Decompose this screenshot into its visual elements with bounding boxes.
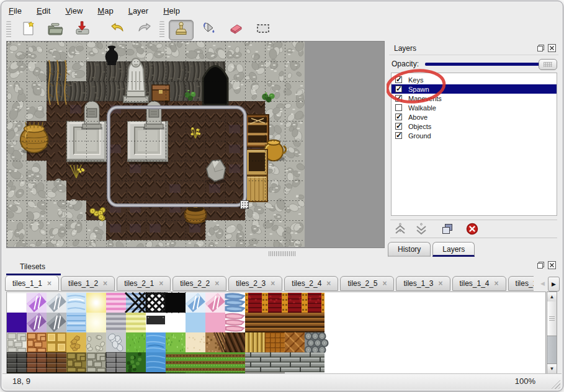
layer-row-keys[interactable]: ✓Keys bbox=[392, 75, 557, 84]
opacity-slider[interactable] bbox=[424, 59, 557, 69]
menu-item-view[interactable]: View bbox=[65, 6, 83, 16]
eraser-tool-button[interactable] bbox=[223, 20, 248, 40]
palette-scrollbar[interactable]: ▲ ▼ bbox=[547, 292, 557, 374]
map-viewport[interactable] bbox=[6, 41, 385, 248]
float-tilesets-icon[interactable] bbox=[537, 261, 545, 269]
tileset-tab-tiles_1_3[interactable]: tiles_1_3× bbox=[396, 276, 450, 291]
opacity-row: Opacity: bbox=[392, 58, 557, 69]
close-tilesets-icon[interactable] bbox=[548, 261, 556, 269]
redo-button[interactable] bbox=[132, 20, 157, 40]
layer-visibility-checkbox[interactable]: ✓ bbox=[395, 123, 402, 130]
save-file-icon bbox=[74, 20, 91, 39]
duplicate-layer-button[interactable] bbox=[440, 222, 455, 236]
layer-row-above[interactable]: ✓Above bbox=[392, 112, 557, 122]
tilesets-header: Tilesets bbox=[4, 259, 561, 274]
close-tab-icon[interactable]: × bbox=[159, 279, 163, 288]
tileset-tab-tiles_2_3[interactable]: tiles_2_3× bbox=[228, 276, 282, 291]
tileset-tab-tiles_1_[interactable]: tiles_1_ bbox=[508, 276, 534, 291]
open-file-button[interactable] bbox=[43, 20, 68, 40]
layer-visibility-checkbox[interactable]: ✓ bbox=[395, 76, 402, 83]
menu-item-help[interactable]: Help bbox=[163, 6, 180, 16]
close-tab-icon[interactable]: × bbox=[438, 279, 442, 288]
tileset-tab-tiles_1_4[interactable]: tiles_1_4× bbox=[452, 276, 506, 291]
close-tab-icon[interactable]: × bbox=[495, 279, 499, 288]
close-tab-icon[interactable]: × bbox=[47, 279, 51, 288]
new-file-button[interactable] bbox=[16, 20, 40, 40]
layers-panel-title: Layers bbox=[394, 44, 416, 53]
layer-list: ✓Keys✓Spawn✓MapeventsWalkable✓Above✓Obje… bbox=[391, 73, 557, 216]
save-file-button[interactable] bbox=[70, 20, 95, 40]
close-tab-icon[interactable]: × bbox=[326, 279, 331, 288]
tileset-tab-tiles_1_1[interactable]: tiles_1_1× bbox=[5, 276, 59, 291]
redo-icon bbox=[136, 20, 153, 39]
tilesets-panel-title: Tilesets bbox=[20, 262, 45, 271]
layer-name: Spawn bbox=[408, 86, 429, 93]
menu-item-file[interactable]: File bbox=[9, 6, 22, 16]
layer-row-walkable[interactable]: Walkable bbox=[392, 103, 557, 112]
tileset-tab-label: tiles_2_1 bbox=[124, 279, 154, 288]
scroll-tabs-right-icon[interactable]: ▶ bbox=[548, 277, 560, 292]
tileset-tab-tiles_2_1[interactable]: tiles_2_1× bbox=[117, 276, 171, 291]
close-panel-icon[interactable] bbox=[548, 44, 556, 52]
zoom-level: 100% bbox=[515, 376, 535, 386]
layer-visibility-checkbox[interactable] bbox=[395, 104, 402, 111]
new-file-icon bbox=[20, 20, 36, 39]
close-tab-icon[interactable]: × bbox=[103, 279, 107, 288]
layer-visibility-checkbox[interactable]: ✓ bbox=[395, 86, 402, 92]
dock-tab-history[interactable]: History bbox=[388, 242, 431, 257]
float-panel-icon[interactable] bbox=[537, 44, 545, 52]
layer-row-mapevents[interactable]: ✓Mapevents bbox=[392, 94, 557, 103]
menu-item-map[interactable]: Map bbox=[97, 6, 113, 16]
tileset-tab-tiles_2_5[interactable]: tiles_2_5× bbox=[340, 276, 394, 291]
status-bar: 18, 9 100% bbox=[2, 373, 562, 390]
scroll-up-icon[interactable]: ▲ bbox=[547, 292, 557, 302]
layer-name: Ground bbox=[408, 132, 431, 140]
undo-button[interactable] bbox=[105, 20, 130, 40]
menu-item-layer[interactable]: Layer bbox=[128, 6, 149, 16]
menu-bar: FileEditViewMapLayerHelp bbox=[9, 4, 180, 17]
toolbar-grip bbox=[6, 21, 11, 38]
scroll-tabs-left-icon[interactable]: ◀ bbox=[537, 277, 548, 290]
fill-tool-button[interactable] bbox=[196, 20, 221, 40]
tileset-tab-tiles_1_2[interactable]: tiles_1_2× bbox=[61, 276, 115, 291]
splitter-handle[interactable] bbox=[269, 251, 296, 256]
resize-grip[interactable] bbox=[549, 378, 560, 389]
tileset-tab-label: tiles_2_4 bbox=[292, 279, 321, 288]
lower-layer-button[interactable] bbox=[414, 222, 429, 236]
delete-layer-button[interactable] bbox=[465, 222, 480, 236]
tileset-tab-label: tiles_1_ bbox=[516, 279, 534, 288]
toolbar-grip bbox=[159, 21, 164, 38]
stamp-tool-icon bbox=[173, 20, 189, 39]
tileset-tab-label: tiles_2_3 bbox=[236, 279, 266, 288]
layer-name: Above bbox=[408, 114, 427, 121]
layer-row-ground[interactable]: ✓Ground bbox=[392, 131, 557, 140]
scrollbar-thumb[interactable] bbox=[547, 301, 557, 336]
layer-row-objects[interactable]: ✓Objects bbox=[392, 122, 557, 131]
scroll-down-icon[interactable]: ▼ bbox=[547, 363, 557, 373]
tileset-tab-label: tiles_2_5 bbox=[347, 279, 377, 288]
close-tab-icon[interactable]: × bbox=[271, 279, 275, 288]
raise-layer-button[interactable] bbox=[393, 222, 408, 236]
layer-row-spawn[interactable]: ✓Spawn bbox=[392, 84, 557, 94]
select-tool-button[interactable] bbox=[251, 20, 275, 40]
layer-name: Keys bbox=[408, 76, 423, 84]
tile-palette[interactable] bbox=[6, 292, 546, 374]
dock-tab-layers[interactable]: Layers bbox=[432, 242, 475, 257]
stamp-tool-button[interactable] bbox=[169, 20, 194, 40]
palette-canvas[interactable] bbox=[7, 292, 545, 374]
layer-visibility-checkbox[interactable]: ✓ bbox=[395, 114, 402, 120]
layer-visibility-checkbox[interactable]: ✓ bbox=[395, 95, 402, 102]
tileset-tab-tiles_2_4[interactable]: tiles_2_4× bbox=[284, 276, 338, 291]
close-tab-icon[interactable]: × bbox=[215, 279, 219, 288]
menu-item-edit[interactable]: Edit bbox=[37, 6, 50, 16]
tileset-tab-tiles_2_2[interactable]: tiles_2_2× bbox=[172, 276, 226, 291]
tab-scroll-buttons: ◀ ▶ bbox=[537, 277, 560, 292]
layer-visibility-checkbox[interactable]: ✓ bbox=[395, 132, 402, 139]
opacity-slider-handle[interactable] bbox=[539, 59, 557, 70]
eraser-tool-icon bbox=[227, 20, 244, 39]
open-file-icon bbox=[47, 20, 64, 39]
close-tab-icon[interactable]: × bbox=[382, 279, 387, 288]
tileset-tab-label: tiles_1_4 bbox=[460, 279, 490, 288]
map-canvas[interactable] bbox=[7, 42, 305, 247]
tilesets-panel: Tilesets tiles_1_1×tiles_1_2×tiles_2_1×t… bbox=[4, 259, 561, 376]
